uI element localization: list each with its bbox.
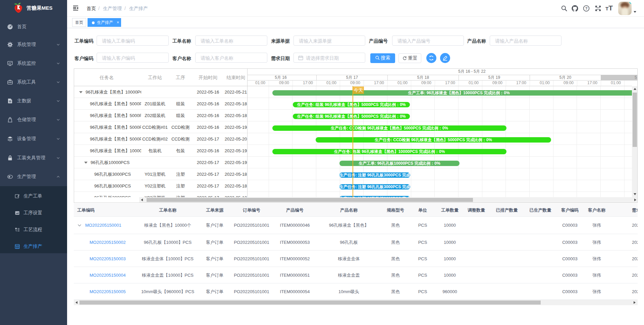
svg-text:?: ? — [585, 6, 588, 10]
